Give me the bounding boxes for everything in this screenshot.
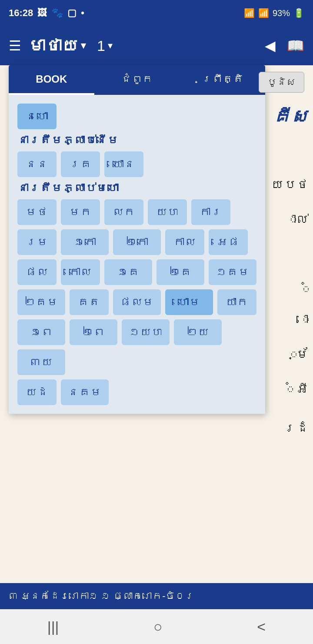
dropdown-panel: BOOK ជំពូក ព្រឹត្តិ នហោ នារតឹមភ្លាប់នើម … — [9, 65, 265, 414]
chapter-number: 1 — [97, 37, 105, 54]
app-bar-left: ☰ មាថាយ ▾ 1 ▾ — [9, 37, 113, 55]
background-text-right-4: ំ — [303, 278, 309, 300]
tab-book[interactable]: BOOK — [9, 65, 94, 95]
panel-content: នហោ នារតឹមភ្លាប់នើម នន រគ យោន នារតឹមភ្លា… — [9, 95, 265, 414]
btn-yak[interactable]: យាក — [217, 289, 256, 315]
nav-home[interactable]: ○ — [140, 614, 176, 640]
btn-1pe[interactable]: ១ពេ — [17, 319, 65, 345]
book-button[interactable]: 📖 — [287, 37, 304, 54]
time-display: 16:28 — [9, 7, 33, 19]
app-bar: ☰ មាថាយ ▾ 1 ▾ ◀ 📖 — [0, 26, 313, 65]
dot-icon: • — [81, 7, 84, 19]
wifi-icon: 📶 — [244, 8, 255, 18]
background-text-right-6: ្ម័ — [290, 344, 309, 366]
speaker-button[interactable]: ◀ — [265, 37, 276, 54]
section2-row-4: ២គម គត ផលម ហោម យាក — [17, 289, 256, 315]
section1-label: នារតឹមភ្លាប់នើម — [17, 134, 256, 147]
btn-1yoh[interactable]: ១យហ — [122, 319, 170, 345]
btn-2pe[interactable]: ២ពេ — [70, 319, 117, 345]
background-text-right-8: រដំ — [283, 418, 309, 439]
btn-nn[interactable]: នន — [17, 151, 57, 177]
hamburger-icon[interactable]: ☰ — [9, 37, 21, 54]
btn-mak[interactable]: មក — [61, 199, 100, 225]
tab-verse[interactable]: ព្រឹត្តិ — [180, 65, 265, 95]
btn-kar[interactable]: ការ — [191, 199, 230, 225]
background-text-right-1: គីស — [272, 100, 309, 133]
tab-chapter[interactable]: ជំពូក — [94, 65, 180, 95]
btn-heb[interactable]: ហោម — [165, 289, 213, 315]
btn-yoh[interactable]: យហ — [148, 199, 187, 225]
btn-tat[interactable]: គត — [70, 289, 109, 315]
chapter-dropdown-icon[interactable]: ▾ — [108, 40, 113, 51]
btn-kal[interactable]: កាល — [165, 229, 204, 255]
app-title[interactable]: មាថាយ ▾ — [28, 37, 86, 55]
battery-display: 93% — [273, 8, 290, 18]
btn-2kor[interactable]: ២កោ — [113, 229, 161, 255]
status-left: 16:28 🖼 🐾 ▢ • — [9, 7, 84, 19]
btn-ep[interactable]: អេផ — [209, 229, 248, 255]
verse-text: ៣ អ្នកដែររោកា១ ១ ផ្លាករោក-ចិ០រ — [9, 590, 194, 602]
photo-icon: 🖼 — [37, 7, 47, 19]
btn-mat[interactable]: មថ — [17, 199, 57, 225]
chapter-selector[interactable]: 1 ▾ — [97, 37, 113, 54]
nav-back[interactable]: < — [244, 614, 279, 640]
battery-icon: 🔋 — [293, 8, 304, 18]
tab-bar: BOOK ជំពូក ព្រឹត្តិ — [9, 65, 265, 95]
notification-icon: 🐾 — [51, 7, 63, 19]
btn-plm[interactable]: ផលម — [113, 289, 161, 315]
background-text-right-7: ំ អី — [287, 379, 309, 400]
boon-nis-button[interactable]: បូនិស — [259, 72, 304, 93]
btn-2tim[interactable]: ២គម — [17, 289, 65, 315]
nav-bar: ||| ○ < — [0, 609, 313, 644]
section2-label: នារតឹមភ្លាប់មហោ — [17, 181, 256, 195]
section2-row-3: ផល កោល ១គេ ២គេ ១គម — [17, 259, 256, 285]
section2-row-5: ១ពេ ២ពេ ១យហ ២យ ៣យ — [17, 319, 256, 375]
btn-yud[interactable]: យដ — [17, 379, 57, 405]
section2-row-1: មថ មក លក យហ ការ — [17, 199, 256, 225]
btn-2te[interactable]: ២គេ — [156, 259, 204, 285]
btn-lak[interactable]: លក — [104, 199, 143, 225]
signal-icon: 📶 — [258, 8, 269, 18]
book-title-text: មាថាយ — [28, 37, 78, 55]
btn-naho[interactable]: នហោ — [17, 104, 57, 129]
background-text-right-2: យបថ — [271, 174, 309, 196]
btn-pl[interactable]: ផល — [17, 259, 57, 285]
section2-row-6: យដ នគម — [17, 379, 256, 405]
bottom-bar: ៣ អ្នកដែររោកា១ ១ ផ្លាករោក-ចិ០រ — [0, 583, 313, 609]
status-right: 📶 📶 93% 🔋 — [244, 8, 304, 18]
btn-rok[interactable]: រគ — [61, 151, 100, 177]
btn-ngkm[interactable]: នគម — [61, 379, 109, 405]
status-bar: 16:28 🖼 🐾 ▢ • 📶 📶 93% 🔋 — [0, 0, 313, 26]
btn-kol[interactable]: កោល — [61, 259, 100, 285]
btn-2yoh[interactable]: ២យ — [174, 319, 222, 345]
single-btn-row: នហោ — [17, 104, 256, 129]
title-dropdown-icon[interactable]: ▾ — [81, 40, 86, 51]
btn-3yoh[interactable]: ៣យ — [17, 349, 65, 375]
btn-yon[interactable]: យោន — [104, 151, 143, 177]
section2-row-2: រម ១កោ ២កោ កាល អេផ — [17, 229, 256, 255]
nav-recent-apps[interactable]: ||| — [34, 614, 72, 640]
btn-1tim[interactable]: ១គម — [209, 259, 256, 285]
btn-1kor[interactable]: ១កោ — [61, 229, 109, 255]
app-bar-right: ◀ 📖 — [265, 37, 304, 54]
screen-icon: ▢ — [67, 7, 77, 19]
background-text-right-3: ាល់ — [290, 209, 309, 231]
btn-rom[interactable]: រម — [17, 229, 57, 255]
btn-1te[interactable]: ១គេ — [104, 259, 152, 285]
section1-btn-row: នន រគ យោន — [17, 151, 256, 177]
background-text-right-5: ោ — [303, 309, 309, 331]
